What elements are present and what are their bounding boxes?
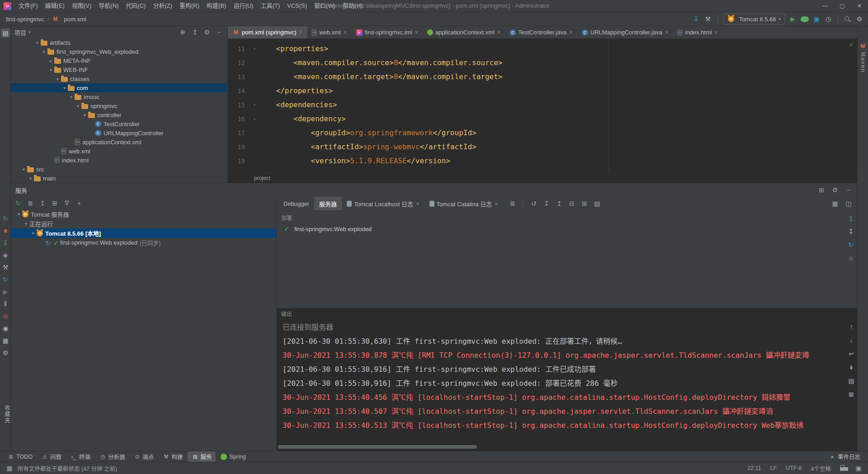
filter-icon[interactable]: ∇ — [63, 199, 71, 207]
project-tree[interactable]: ▾artifacts▾first_springmvc_Web_exploded▸… — [11, 38, 227, 183]
line-number[interactable]: 14 — [228, 87, 250, 95]
close-icon[interactable]: × — [715, 29, 718, 36]
split-view-icon[interactable]: ◫ — [844, 199, 853, 208]
tool-settings-icon[interactable]: ⚙ — [1, 349, 9, 357]
deploy-icon[interactable]: ↧ — [1, 239, 9, 247]
toolwindow-button-spring[interactable]: Spring — [217, 451, 250, 462]
group-by-icon[interactable]: ⊞ — [51, 199, 59, 207]
run-with-coverage-icon[interactable]: ▣ — [812, 15, 821, 23]
window-settings-icon[interactable]: ⚙ — [831, 186, 839, 194]
toolwindow-button-问题[interactable]: ⚠问题 — [38, 451, 66, 462]
inspections-ok-icon[interactable]: ✓ — [849, 41, 854, 48]
project-panel-title[interactable]: 项目 — [14, 28, 26, 37]
refresh-deploy-icon[interactable]: ↻ — [847, 241, 855, 249]
tree-item-src[interactable]: ▾src — [11, 165, 227, 174]
hot-swap-icon[interactable]: ◆ — [1, 251, 9, 259]
minimize-button[interactable]: — — [816, 0, 834, 12]
favorites-tab[interactable]: 收藏夹 — [0, 405, 11, 424]
tree-item-controller[interactable]: ▾controller — [11, 110, 227, 119]
tree-item-web-xml[interactable]: <>web.xml — [11, 147, 227, 156]
rollback-icon[interactable]: ↧ — [847, 228, 855, 236]
clear-all-icon[interactable]: ⊠ — [847, 390, 855, 398]
restore-layout-icon[interactable]: ↺ — [530, 199, 538, 208]
run-config-select[interactable]: Tomcat 8.5.66▾ — [723, 14, 785, 24]
breadcrumb-pom-xml[interactable]: pom.xml — [63, 15, 88, 24]
editor-tab-first-springmvc-iml[interactable]: IJfirst-springmvc.iml× — [352, 26, 423, 38]
close-icon[interactable]: × — [344, 29, 347, 36]
chevron-down-icon[interactable]: ▾ — [15, 212, 22, 217]
view-options-icon[interactable]: ≣ — [509, 199, 517, 208]
service-item-tomcat-8-5-66-本地[interactable]: ▾Tomcat 8.5.66 [本地] — [11, 228, 276, 238]
menu-导航-n[interactable]: 导航(N) — [95, 2, 122, 9]
menu-重构-r[interactable]: 重构(R) — [176, 2, 203, 9]
update-project-icon[interactable]: ↧ — [692, 15, 700, 23]
toolwindow-button-构建[interactable]: ⚒构建 — [159, 451, 187, 462]
line-number[interactable]: 13 — [228, 73, 250, 81]
pause-icon[interactable]: ‖ — [1, 300, 9, 308]
file-encoding[interactable]: UTF-8 — [786, 465, 802, 471]
service-item-tomcat-服务器[interactable]: ▾Tomcat 服务器 — [11, 209, 276, 219]
locate-file-icon[interactable]: ⊕ — [179, 28, 187, 36]
close-button[interactable]: ✕ — [851, 0, 868, 12]
line-number[interactable]: 12 — [228, 59, 250, 66]
lock-icon[interactable] — [840, 467, 848, 471]
edit-configuration-icon[interactable]: ⚒ — [1, 263, 9, 271]
deployment-item[interactable]: ✓ first-springmvc:Web exploded — [277, 224, 857, 234]
chevron-down-icon[interactable]: ▾ — [68, 95, 75, 100]
maximize-button[interactable]: ▢ — [834, 0, 851, 12]
line-number[interactable]: 15 — [228, 101, 250, 109]
collapse-panel-icon[interactable]: ⊟ — [568, 199, 576, 208]
chevron-down-icon[interactable]: ▾ — [41, 49, 47, 54]
tree-item-web-inf[interactable]: ▾WEB-INF — [11, 65, 227, 74]
debug-icon[interactable] — [801, 16, 809, 22]
chevron-down-icon[interactable]: ▾ — [47, 67, 54, 72]
menu-构建-b[interactable]: 构建(B) — [203, 2, 230, 9]
console-tab-tomcat-catalina-日志[interactable]: Tomcat Catalina 日志× — [425, 197, 503, 210]
toolwindow-button-todo[interactable]: ≣TODO — [4, 451, 37, 462]
stop-icon[interactable]: ■ — [1, 227, 9, 235]
close-icon[interactable]: × — [569, 29, 573, 36]
menu-工具-t[interactable]: 工具(T) — [257, 2, 283, 9]
profiler-icon[interactable]: ◷ — [824, 15, 832, 23]
chevron-down-icon[interactable]: ▾ — [61, 85, 68, 90]
console-output[interactable]: 已连接到服务器[2021-06-30 01:55:30,630] 工件 firs… — [277, 319, 857, 451]
tool-windows-icon[interactable]: ▦ — [5, 464, 14, 472]
toolwindow-button-终端[interactable]: ›_终端 — [66, 451, 94, 462]
indent-style[interactable]: 4个空格 — [811, 464, 831, 473]
project-tool-button[interactable]: ▤ — [1, 28, 10, 38]
resume-icon[interactable]: ▶ — [1, 288, 9, 296]
close-icon[interactable]: × — [665, 29, 669, 36]
caret-position[interactable]: 22:11 — [747, 465, 761, 471]
export-log-icon[interactable]: ↥ — [555, 199, 563, 208]
sync-icon[interactable]: ↻ — [1, 275, 9, 284]
breadcrumb-first-springmvc[interactable]: first-springmvc — [5, 15, 46, 24]
close-icon[interactable]: × — [497, 29, 501, 36]
tree-item-imooc[interactable]: ▾imooc — [11, 92, 227, 101]
menu-运行-u[interactable]: 运行(U) — [230, 2, 257, 9]
console-tab-tomcat-localhost-日志[interactable]: Tomcat Localhost 日志× — [342, 197, 424, 210]
toolwindow-button-服务[interactable]: ⊞服务 — [188, 451, 216, 462]
service-item-正在运行[interactable]: ▾正在运行 — [11, 219, 276, 228]
collapse-all-icon[interactable]: ↥ — [191, 28, 199, 36]
fold-icon[interactable]: ▾ — [250, 47, 259, 51]
console-tab-debugger[interactable]: Debugger — [278, 197, 314, 210]
search-everywhere-icon[interactable] — [844, 15, 852, 23]
settings-icon[interactable]: ⚙ — [855, 15, 863, 23]
view-options-icon[interactable]: ≣ — [26, 199, 34, 207]
add-service-icon[interactable]: + — [75, 199, 83, 207]
chevron-down-icon[interactable]: ▾ — [23, 221, 29, 226]
menu-视图-v[interactable]: 视图(V) — [68, 2, 95, 9]
build-project-icon[interactable]: ⚒ — [704, 15, 712, 23]
layout-grid-icon[interactable]: ▦ — [831, 199, 839, 208]
chevron-down-icon[interactable]: ▾ — [34, 40, 41, 45]
line-separator[interactable]: LF — [770, 465, 777, 471]
code-editor[interactable]: 11▾ <properties>12 <maven.compiler.sourc… — [228, 39, 857, 173]
panel-settings-icon[interactable]: ⚙ — [203, 28, 211, 36]
mute-breakpoints-icon[interactable]: ⊘ — [1, 312, 9, 320]
horizontal-scrollbar[interactable] — [278, 445, 477, 449]
hide-panel-icon[interactable]: − — [215, 28, 223, 36]
rerun-icon[interactable]: ↻ — [1, 214, 9, 223]
tree-item-index-html[interactable]: <>index.html — [11, 156, 227, 165]
close-icon[interactable]: × — [416, 200, 420, 207]
chevron-down-icon[interactable]: ▾ — [27, 176, 34, 181]
